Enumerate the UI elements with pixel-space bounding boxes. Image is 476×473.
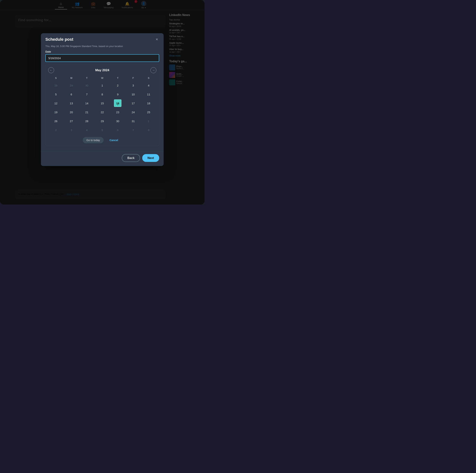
calendar-day[interactable]: 2 <box>52 126 60 134</box>
calendar-grid: S M T W T F S 28293012345678910111213141… <box>48 76 156 135</box>
calendar-day-cell[interactable]: 7 <box>79 90 94 99</box>
calendar-day-cell[interactable]: 2 <box>110 81 125 90</box>
calendar-day[interactable]: 11 <box>145 91 152 98</box>
calendar-day-cell[interactable]: 23 <box>110 108 125 117</box>
calendar-day[interactable]: 19 <box>52 108 60 116</box>
calendar-day-cell[interactable]: 5 <box>48 90 64 99</box>
calendar-day-cell[interactable]: 14 <box>79 99 94 108</box>
calendar-day[interactable]: 4 <box>83 126 91 134</box>
calendar-day-cell[interactable]: 7 <box>125 125 141 135</box>
calendar-day-cell[interactable]: 1 <box>94 81 110 90</box>
calendar-day-cell[interactable]: 15 <box>94 99 110 108</box>
calendar-day[interactable]: 22 <box>99 108 106 116</box>
calendar-day[interactable]: 6 <box>68 91 75 98</box>
calendar-day-cell[interactable]: 28 <box>79 117 94 125</box>
calendar-day-cell[interactable]: 20 <box>64 108 79 117</box>
weekday-tue: T <box>79 76 94 81</box>
calendar-day[interactable]: 21 <box>83 108 91 116</box>
calendar-day[interactable]: 18 <box>145 100 152 107</box>
calendar-day-cell[interactable]: 18 <box>141 99 156 108</box>
calendar-day[interactable]: 10 <box>129 91 137 98</box>
calendar-day[interactable]: 28 <box>52 82 60 89</box>
calendar-day[interactable]: 5 <box>52 91 60 98</box>
calendar-day-cell[interactable]: 29 <box>94 117 110 125</box>
calendar-day-cell[interactable]: 13 <box>64 99 79 108</box>
calendar-day-cell[interactable]: 26 <box>48 117 64 125</box>
calendar-day[interactable]: 6 <box>114 126 121 134</box>
calendar-day-cell[interactable]: 28 <box>48 81 64 90</box>
modal-footer: Back Next <box>41 151 164 166</box>
calendar-day-cell[interactable]: 3 <box>64 125 79 135</box>
calendar-day[interactable]: 28 <box>83 117 91 125</box>
calendar-day-cell[interactable]: 31 <box>125 117 141 125</box>
calendar-day[interactable]: 4 <box>145 82 152 89</box>
calendar-day-cell[interactable]: 8 <box>94 90 110 99</box>
calendar-day-cell[interactable]: 27 <box>64 117 79 125</box>
calendar-day[interactable]: 3 <box>68 126 75 134</box>
calendar-next-button[interactable]: → <box>151 67 156 73</box>
calendar-day-cell[interactable]: 30 <box>79 81 94 90</box>
calendar-day[interactable]: 8 <box>145 126 152 134</box>
calendar-day[interactable]: 7 <box>129 126 137 134</box>
calendar-day-cell[interactable]: 17 <box>125 99 141 108</box>
calendar-day-cell[interactable]: 6 <box>64 90 79 99</box>
calendar-day[interactable]: 12 <box>52 100 60 107</box>
calendar-day[interactable]: 30 <box>83 82 91 89</box>
calendar-day[interactable]: 3 <box>129 82 137 89</box>
modal-close-button[interactable]: × <box>154 37 159 42</box>
calendar-day[interactable]: 1 <box>99 82 106 89</box>
calendar-day-cell[interactable]: 11 <box>141 90 156 99</box>
calendar-day-cell[interactable]: 1 <box>141 117 156 125</box>
calendar-day[interactable]: 29 <box>68 82 75 89</box>
calendar-day[interactable]: 24 <box>129 108 137 116</box>
calendar-day-cell[interactable]: 6 <box>110 125 125 135</box>
calendar-day-cell[interactable]: 30 <box>110 117 125 125</box>
calendar-day[interactable]: 27 <box>68 117 75 125</box>
calendar-day[interactable]: 25 <box>145 108 152 116</box>
schedule-post-modal: Schedule post × Thu, May 16, 5:00 PM Sin… <box>41 33 164 166</box>
calendar-day[interactable]: 7 <box>83 91 91 98</box>
calendar-day-cell[interactable]: 21 <box>79 108 94 117</box>
calendar-day-cell[interactable]: 22 <box>94 108 110 117</box>
calendar-day[interactable]: 9 <box>114 91 121 98</box>
calendar-prev-button[interactable]: ← <box>48 67 54 73</box>
calendar-day-cell[interactable]: 4 <box>141 81 156 90</box>
calendar-day[interactable]: 23 <box>114 108 121 116</box>
calendar-day[interactable]: 26 <box>52 117 60 125</box>
calendar-day-cell[interactable]: 10 <box>125 90 141 99</box>
calendar-day-cell[interactable]: 8 <box>141 125 156 135</box>
calendar-day[interactable]: 5 <box>99 126 106 134</box>
calendar-day-cell[interactable]: 4 <box>79 125 94 135</box>
calendar-day[interactable]: 20 <box>68 108 75 116</box>
calendar-day-cell[interactable]: 5 <box>94 125 110 135</box>
calendar-day[interactable]: 14 <box>83 100 91 107</box>
calendar-day-cell[interactable]: 29 <box>64 81 79 90</box>
calendar-day-cell[interactable]: 16 <box>110 99 125 108</box>
modal-body: Thu, May 16, 5:00 PM Singapore Standard … <box>41 45 164 150</box>
next-button[interactable]: Next <box>142 154 159 162</box>
calendar-day[interactable]: 1 <box>145 117 152 125</box>
calendar-day[interactable]: 13 <box>68 100 75 107</box>
calendar-day[interactable]: 8 <box>99 91 106 98</box>
calendar-day-cell[interactable]: 19 <box>48 108 64 117</box>
date-input[interactable] <box>45 54 159 62</box>
calendar-day-cell[interactable]: 12 <box>48 99 64 108</box>
weekday-sat: S <box>141 76 156 81</box>
calendar-day[interactable]: 31 <box>129 117 137 125</box>
calendar-day[interactable]: 17 <box>129 100 137 107</box>
calendar-day-cell[interactable]: 24 <box>125 108 141 117</box>
date-label: Date <box>45 50 159 53</box>
calendar-month-title: May 2024 <box>95 68 109 72</box>
go-to-today-button[interactable]: Go to today <box>83 137 103 143</box>
back-button[interactable]: Back <box>122 154 140 162</box>
calendar-day-cell[interactable]: 9 <box>110 90 125 99</box>
calendar-day[interactable]: 29 <box>99 117 106 125</box>
calendar-day[interactable]: 15 <box>99 100 106 107</box>
calendar-cancel-button[interactable]: Cancel <box>106 137 122 143</box>
calendar-day-cell[interactable]: 25 <box>141 108 156 117</box>
calendar-selected-day[interactable]: 16 <box>114 100 121 107</box>
calendar-day-cell[interactable]: 2 <box>48 125 64 135</box>
calendar-day-cell[interactable]: 3 <box>125 81 141 90</box>
calendar-day[interactable]: 30 <box>114 117 121 125</box>
calendar-day[interactable]: 2 <box>114 82 121 89</box>
